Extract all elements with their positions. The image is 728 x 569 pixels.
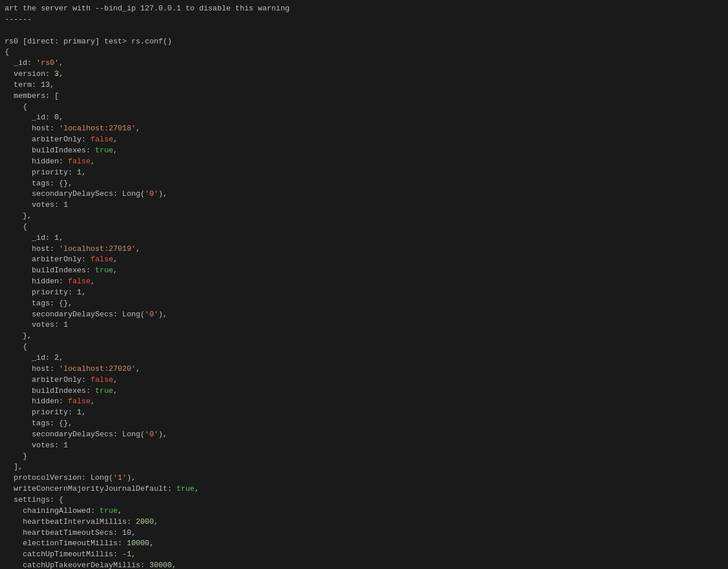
field-version: version: 3,: [5, 69, 723, 80]
warning-line: art the server with --bind_ip 127.0.0.1 …: [5, 3, 723, 14]
blank-line-1: [5, 25, 723, 37]
member2-arbiter: arbiterOnly: false,: [5, 254, 723, 265]
member1-arbiter: arbiterOnly: false,: [5, 134, 723, 145]
member2-id: _id: 1,: [5, 233, 723, 244]
member1-votes: votes: 1: [5, 200, 723, 211]
member2-votes: votes: 1: [5, 320, 723, 331]
member3-arbiter: arbiterOnly: false,: [5, 375, 723, 386]
settings-catchup-timeout: catchUpTimeoutMillis: -1,: [5, 549, 723, 560]
member2-sds: secondaryDelaySecs: Long('0'),: [5, 309, 723, 320]
members-close: ],: [5, 462, 723, 473]
member3-open: {: [5, 342, 723, 353]
settings-open: settings: {: [5, 495, 723, 506]
member2-close: },: [5, 331, 723, 342]
settings-chaining: chainingAllowed: true,: [5, 506, 723, 517]
member2-buildindexes: buildIndexes: true,: [5, 265, 723, 276]
member3-host: host: 'localhost:27020',: [5, 364, 723, 375]
member2-host: host: 'localhost:27019',: [5, 244, 723, 255]
member3-hidden: hidden: false,: [5, 396, 723, 407]
member3-sds: secondaryDelaySecs: Long('0'),: [5, 429, 723, 440]
open-brace: {: [5, 47, 723, 58]
member2-hidden: hidden: false,: [5, 276, 723, 287]
field-id: _id: 'rs0',: [5, 58, 723, 69]
member3-votes: votes: 1: [5, 440, 723, 451]
member2-tags: tags: {},: [5, 298, 723, 309]
member1-tags: tags: {},: [5, 178, 723, 189]
member2-priority: priority: 1,: [5, 287, 723, 298]
field-term: term: 13,: [5, 80, 723, 91]
member1-sds: secondaryDelaySecs: Long('0'),: [5, 189, 723, 200]
settings-catchup-takeover: catchUpTakeoverDelayMillis: 30000,: [5, 560, 723, 569]
member3-id: _id: 2,: [5, 353, 723, 364]
member1-hidden: hidden: false,: [5, 156, 723, 167]
member1-open: {: [5, 102, 723, 113]
prompt-rs-conf: rs0 [direct: primary] test> rs.conf(): [5, 37, 723, 48]
field-members-open: members: [: [5, 91, 723, 102]
member3-tags: tags: {},: [5, 418, 723, 429]
field-protocol-version: protocolVersion: Long('1'),: [5, 473, 723, 484]
member1-buildindexes: buildIndexes: true,: [5, 145, 723, 156]
divider-line: ------: [5, 14, 723, 25]
settings-hb-timeout: heartbeatTimeoutSecs: 10,: [5, 528, 723, 539]
member3-priority: priority: 1,: [5, 407, 723, 418]
member1-id: _id: 0,: [5, 112, 723, 123]
settings-election-timeout: electionTimeoutMillis: 10000,: [5, 538, 723, 549]
terminal-output: art the server with --bind_ip 127.0.0.1 …: [0, 0, 728, 569]
member3-buildindexes: buildIndexes: true,: [5, 386, 723, 397]
member1-host: host: 'localhost:27018',: [5, 123, 723, 134]
member1-priority: priority: 1,: [5, 167, 723, 178]
settings-hb-interval: heartbeatIntervalMillis: 2000,: [5, 517, 723, 528]
field-wcmjd: writeConcernMajorityJournalDefault: true…: [5, 484, 723, 495]
member2-open: {: [5, 222, 723, 233]
member1-close: },: [5, 211, 723, 222]
member3-close: }: [5, 451, 723, 462]
